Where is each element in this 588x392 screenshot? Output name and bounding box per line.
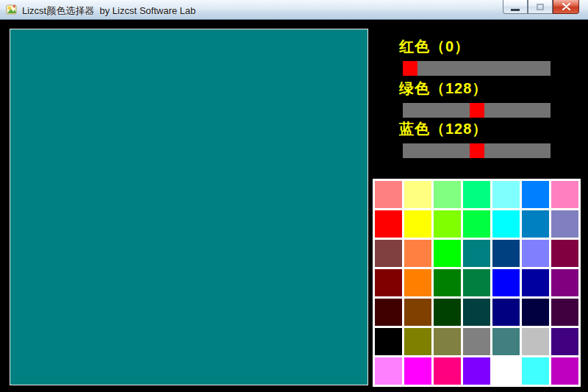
palette-cell-26[interactable] <box>522 269 549 296</box>
red-slider-track[interactable] <box>403 61 551 76</box>
palette-cell-41[interactable] <box>551 328 578 355</box>
palette-cell-27[interactable] <box>551 269 578 296</box>
palette-cell-20[interactable] <box>551 240 578 267</box>
palette-cell-40[interactable] <box>522 328 549 355</box>
palette-cell-2[interactable] <box>434 181 461 208</box>
palette-cell-0[interactable] <box>375 181 402 208</box>
blue-slider-group: 蓝色（128） <box>399 119 555 159</box>
palette-cell-36[interactable] <box>404 328 431 355</box>
green-slider-thumb[interactable] <box>470 103 484 118</box>
palette-cell-46[interactable] <box>492 357 520 385</box>
palette-cell-45[interactable] <box>463 357 490 385</box>
color-preview <box>10 29 368 385</box>
palette-cell-23[interactable] <box>434 269 461 296</box>
palette-cell-22[interactable] <box>404 269 431 296</box>
red-slider-label: 红色（0） <box>399 37 470 57</box>
palette-cell-31[interactable] <box>463 299 490 326</box>
green-slider-label: 绿色（128） <box>399 79 487 99</box>
maximize-button[interactable] <box>528 0 553 14</box>
palette-cell-30[interactable] <box>434 299 461 326</box>
palette-cell-38[interactable] <box>463 328 490 355</box>
palette-cell-15[interactable] <box>404 240 431 267</box>
color-palette <box>373 179 581 387</box>
palette-cell-35[interactable] <box>375 328 402 355</box>
minimize-icon <box>511 9 520 11</box>
palette-cell-6[interactable] <box>551 181 578 208</box>
palette-cell-11[interactable] <box>492 210 520 238</box>
close-button[interactable] <box>553 0 579 14</box>
minimize-button[interactable] <box>503 0 528 14</box>
palette-cell-37[interactable] <box>434 328 461 355</box>
green-slider-group: 绿色（128） <box>399 79 555 118</box>
client-area: 红色（0） 绿色（128） 蓝色（128） <box>0 21 588 392</box>
palette-cell-39[interactable] <box>492 328 520 355</box>
palette-cell-14[interactable] <box>375 240 402 267</box>
palette-cell-4[interactable] <box>492 181 520 208</box>
palette-cell-1[interactable] <box>404 181 431 208</box>
blue-slider-thumb[interactable] <box>470 143 484 158</box>
palette-cell-47[interactable] <box>522 357 549 385</box>
palette-cell-48[interactable] <box>551 357 578 385</box>
palette-cell-17[interactable] <box>463 240 490 267</box>
close-icon <box>562 3 570 10</box>
red-slider-thumb[interactable] <box>403 61 417 76</box>
palette-cell-25[interactable] <box>492 269 520 296</box>
palette-cell-28[interactable] <box>375 299 402 326</box>
red-slider-group: 红色（0） <box>399 37 555 76</box>
blue-slider-label: 蓝色（128） <box>399 119 487 139</box>
palette-cell-29[interactable] <box>404 299 431 326</box>
app-icon <box>6 4 18 15</box>
palette-cell-24[interactable] <box>463 269 490 296</box>
palette-cell-21[interactable] <box>375 269 402 296</box>
palette-cell-42[interactable] <box>375 357 402 385</box>
palette-cell-18[interactable] <box>492 240 520 267</box>
palette-cell-43[interactable] <box>404 357 431 385</box>
title-bar[interactable]: Lizcst颜色选择器 by Lizcst Software Lab <box>0 0 588 20</box>
palette-cell-8[interactable] <box>404 210 431 238</box>
palette-cell-34[interactable] <box>551 299 578 326</box>
palette-cell-13[interactable] <box>551 210 578 238</box>
app-window: Lizcst颜色选择器 by Lizcst Software Lab 红色（0） <box>0 0 588 392</box>
palette-cell-3[interactable] <box>463 181 490 208</box>
palette-cell-9[interactable] <box>434 210 461 238</box>
palette-cell-33[interactable] <box>522 299 549 326</box>
palette-cell-32[interactable] <box>492 299 520 326</box>
palette-cell-16[interactable] <box>434 240 461 267</box>
window-title: Lizcst颜色选择器 by Lizcst Software Lab <box>22 4 196 18</box>
palette-cell-12[interactable] <box>522 210 549 238</box>
palette-cell-7[interactable] <box>375 210 402 238</box>
palette-cell-19[interactable] <box>522 240 549 267</box>
green-slider-track[interactable] <box>403 103 551 118</box>
palette-cell-44[interactable] <box>434 357 461 385</box>
blue-slider-track[interactable] <box>403 143 551 158</box>
maximize-icon <box>537 4 544 10</box>
window-controls <box>503 0 579 14</box>
palette-cell-10[interactable] <box>463 210 490 238</box>
palette-cell-5[interactable] <box>522 181 549 208</box>
